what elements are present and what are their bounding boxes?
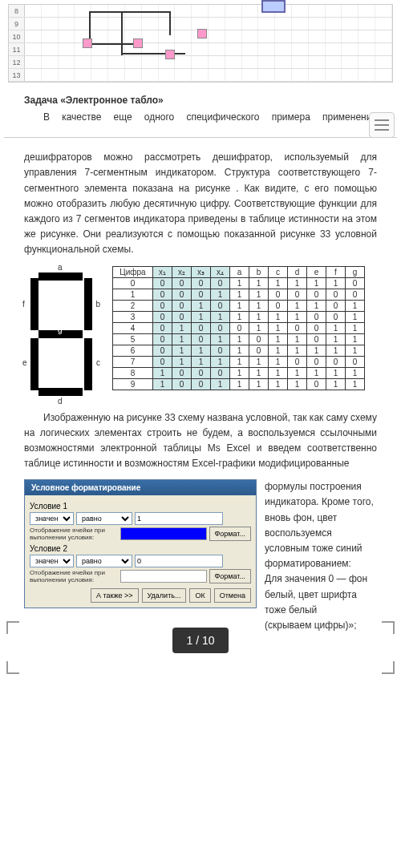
seg-label-g: g [58,325,63,334]
preview-2 [120,570,207,583]
row-number: 12 [9,56,25,68]
operator-select-1[interactable]: равно [76,512,132,525]
seven-segment-diagram: a b c d e f g [24,266,100,402]
condition2-label: Условие 2 [30,544,251,553]
task-title: Задача «Электронное табло» [24,95,377,106]
seg-label-b: b [95,300,100,309]
paragraph-2: дешифраторов можно рассмотреть дешифрато… [24,150,377,257]
format-button-1[interactable]: Формат... [209,527,251,541]
also-button[interactable]: А также >> [91,588,139,603]
conditional-formatting-dialog: Условное форматирование Условие 1 значен… [24,479,257,608]
seg-label-d: d [58,397,63,406]
row-number: 8 [9,5,25,17]
spreadsheet-grid-fragment: 8910111213 [8,4,393,83]
separator [4,137,397,138]
cancel-button[interactable]: Отмена [214,588,251,603]
side-text: формулы построения индикатора. Кроме тог… [265,479,393,633]
truth-table: Цифраx₁x₂x₃x₄abcdefg 0000011111101000111… [112,266,365,390]
value-select-1[interactable]: значение [30,512,74,525]
row-number: 9 [9,18,25,30]
paragraph-1: Вкачествеещеодногоспецифическогопримерап… [24,110,377,125]
display-label-2: Отображение ячейки при выполнении услови… [30,569,118,583]
row-number: 10 [9,30,25,42]
value-input-1[interactable] [135,512,223,525]
seg-label-e: e [22,358,27,367]
dialog-title: Условное форматирование [25,480,256,495]
operator-select-2[interactable]: равно [76,555,132,567]
row-number: 11 [9,43,25,55]
condition1-label: Условие 1 [30,502,251,511]
value-select-2[interactable]: значение [30,555,74,567]
row-number: 13 [9,69,25,81]
seg-label-a: a [58,263,63,272]
page-indicator: 1 / 10 [172,628,229,653]
paragraph-3: Изображенную на рисунке 33 схему названа… [24,410,377,472]
delete-button[interactable]: Удалить... [142,588,187,603]
seg-label-f: f [22,300,25,309]
menu-icon[interactable] [369,112,395,138]
format-button-2[interactable]: Формат... [209,569,251,583]
value-input-2[interactable] [135,555,223,567]
seg-label-c: c [96,358,100,367]
preview-1 [120,527,207,540]
ok-button[interactable]: ОК [189,588,210,603]
display-label-1: Отображение ячейки при выполнении услови… [30,527,118,541]
